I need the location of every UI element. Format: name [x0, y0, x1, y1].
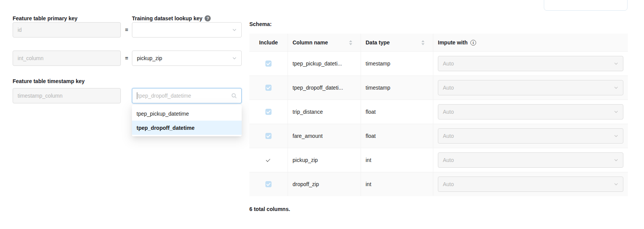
lookup-key-select-primary[interactable]	[132, 22, 242, 38]
chevron-down-icon	[614, 134, 618, 138]
column-name-cell: pickup_zip	[288, 148, 361, 172]
impute-with-select: Auto	[438, 128, 623, 144]
training-dataset-lookup-key-label-text: Training dataset lookup key	[132, 15, 202, 21]
equals-sign: =	[123, 55, 130, 61]
column-name-cell: trip_distance	[288, 100, 361, 124]
impute-with-select: Auto	[438, 56, 623, 71]
data-type-cell: int	[361, 148, 433, 172]
dropdown-option-tpep-dropoff-datetime[interactable]: tpep_dropoff_datetime	[132, 121, 242, 135]
text-cursor	[137, 92, 137, 99]
impute-with-select: Auto	[438, 152, 623, 168]
feature-timestamp-key-input	[13, 88, 121, 103]
table-row: pickup_zip int Auto	[249, 148, 628, 172]
impute-with-select: Auto	[438, 80, 623, 95]
chevron-down-icon	[614, 61, 618, 66]
table-row: fare_amount float Auto	[249, 124, 628, 148]
column-name-cell: fare_amount	[288, 124, 361, 148]
data-type-cell: int	[361, 172, 433, 196]
equals-sign: =	[123, 27, 130, 33]
sort-icon[interactable]	[346, 40, 352, 45]
column-name-cell: dropoff_zip	[288, 172, 361, 196]
training-dataset-lookup-key-label: Training dataset lookup key ?	[132, 15, 211, 21]
info-icon[interactable]: i	[470, 40, 476, 46]
column-name-cell: tpep_dropoff_dateti...	[288, 76, 361, 100]
table-row: dropoff_zip int Auto	[249, 172, 628, 196]
feature-primary-key-input	[13, 22, 121, 38]
data-type-cell: float	[361, 124, 433, 148]
chevron-down-icon	[614, 110, 618, 114]
impute-with-value: Auto	[443, 109, 454, 115]
timestamp-lookup-search-input[interactable]: tpep_dropoff_datetime	[132, 88, 242, 103]
impute-with-select: Auto	[438, 104, 623, 119]
include-checkbox-checked-disabled	[265, 109, 272, 115]
feature-table-timestamp-key-label: Feature table timestamp key	[13, 78, 85, 84]
data-type-cell: float	[361, 100, 433, 124]
schema-title: Schema:	[249, 21, 272, 27]
total-columns-note: 6 total columns.	[249, 206, 290, 212]
header-data-type-label: Data type	[366, 39, 390, 46]
impute-with-value: Auto	[443, 181, 454, 187]
header-impute-with: Impute with i	[433, 34, 628, 51]
impute-with-value: Auto	[443, 85, 454, 91]
search-icon	[231, 93, 237, 98]
data-type-cell: timestamp	[361, 52, 433, 75]
include-checkbox-checked-disabled	[265, 85, 272, 91]
include-checkbox-checked-disabled	[265, 61, 272, 67]
column-name-cell: tpep_pickup_dateti...	[288, 52, 361, 75]
feature-table-primary-key-label: Feature table primary key	[13, 15, 78, 21]
chevron-down-icon	[614, 85, 618, 90]
schema-table: Include Column name Data type Impute wit…	[249, 34, 628, 196]
chevron-down-icon	[232, 56, 237, 61]
sort-icon[interactable]	[418, 40, 424, 45]
timestamp-lookup-search-value: tpep_dropoff_datetime	[138, 93, 231, 99]
chevron-down-icon	[232, 28, 237, 32]
chevron-down-icon	[614, 158, 618, 162]
feature-lookup-panel: Feature table primary key Training datas…	[0, 0, 644, 229]
chevron-down-icon	[614, 182, 618, 186]
impute-with-value: Auto	[443, 61, 454, 67]
schema-table-header: Include Column name Data type Impute wit…	[249, 34, 628, 51]
impute-with-value: Auto	[443, 133, 454, 139]
timestamp-lookup-dropdown: tpep_pickup_datetime tpep_dropoff_dateti…	[132, 105, 242, 136]
table-row: trip_distance float Auto	[249, 100, 628, 124]
checkmark-icon	[266, 158, 271, 162]
data-type-cell: timestamp	[361, 76, 433, 100]
help-icon[interactable]: ?	[205, 15, 211, 21]
impute-with-value: Auto	[443, 157, 454, 163]
header-include: Include	[249, 34, 288, 51]
header-impute-with-label: Impute with	[438, 39, 468, 46]
dropdown-option-tpep-pickup-datetime[interactable]: tpep_pickup_datetime	[132, 106, 242, 121]
include-checkbox-checked-disabled	[265, 181, 272, 187]
lookup-key-select-int-column-value: pickup_zip	[137, 55, 162, 61]
feature-int-column-input	[13, 51, 121, 66]
include-checkbox-checked-disabled	[265, 133, 272, 139]
header-column-name-label: Column name	[293, 39, 328, 46]
partial-button-top-right[interactable]	[544, 0, 628, 11]
lookup-key-select-int-column[interactable]: pickup_zip	[132, 51, 242, 66]
impute-with-select: Auto	[438, 177, 623, 192]
table-row: tpep_pickup_dateti... timestamp Auto	[249, 51, 628, 75]
header-column-name[interactable]: Column name	[288, 34, 361, 51]
header-data-type[interactable]: Data type	[361, 34, 433, 51]
table-row: tpep_dropoff_dateti... timestamp Auto	[249, 75, 628, 100]
